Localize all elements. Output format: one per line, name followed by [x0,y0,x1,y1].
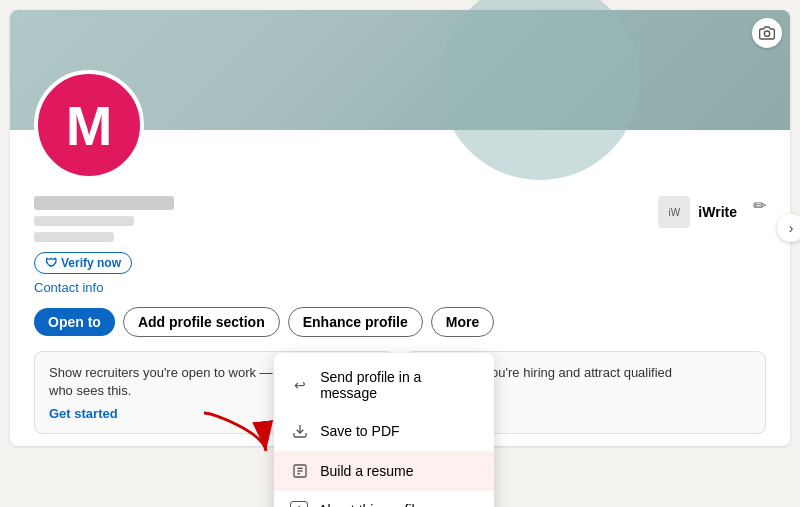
profile-body: 🛡 Verify now iW iWrite ✏ Contact info Op… [10,180,790,446]
camera-icon [759,25,775,41]
verify-label: Verify now [61,256,121,270]
svg-point-0 [764,31,769,36]
dropdown-item-about[interactable]: i About this profile [274,491,494,507]
more-dropdown-menu: ↩ Send profile in a message Save to PDF [274,353,494,507]
name-blur [34,196,174,210]
dropdown-item-pdf[interactable]: Save to PDF [274,411,494,451]
edit-profile-button[interactable]: ✏ [753,196,766,215]
send-icon: ↩ [290,375,310,395]
info-icon: i [290,501,308,507]
dropdown-item-send[interactable]: ↩ Send profile in a message [274,359,494,411]
profile-top-row: 🛡 Verify now iW iWrite ✏ [34,196,766,274]
dropdown-label-pdf: Save to PDF [320,423,399,439]
cover-circle-decoration [440,0,640,180]
contact-info-link[interactable]: Contact info [34,280,766,295]
more-button[interactable]: More [431,307,494,337]
resume-icon [290,461,310,481]
sub-blur-2 [34,232,114,242]
more-dropdown-wrapper: More ↩ Send profile in a message [431,307,494,337]
sub-blur-1 [34,216,134,226]
profile-card: M 🛡 Verify now iW iWrite [10,10,790,446]
enhance-profile-button[interactable]: Enhance profile [288,307,423,337]
next-page-button[interactable]: › [777,214,800,242]
add-profile-section-button[interactable]: Add profile section [123,307,280,337]
avatar-letter: M [66,93,113,158]
iwrite-logo-text: iW [669,207,681,218]
verify-icon: 🛡 [45,256,57,270]
open-to-button[interactable]: Open to [34,308,115,336]
avatar-container: M [34,70,144,180]
avatar: M [34,70,144,180]
iwrite-name: iWrite [698,204,737,220]
verify-badge[interactable]: 🛡 Verify now [34,252,132,274]
card-1-cta[interactable]: Get started [49,406,118,421]
edit-cover-button[interactable] [752,18,782,48]
right-section: iW iWrite ✏ [658,196,766,228]
iwrite-logo: iW [658,196,690,228]
pdf-icon [290,421,310,441]
name-section: 🛡 Verify now [34,196,658,274]
dropdown-label-send: Send profile in a message [320,369,478,401]
dropdown-label-resume: Build a resume [320,463,413,479]
iwrite-section: iW iWrite [658,196,737,228]
dropdown-item-resume[interactable]: Build a resume [274,451,494,491]
dropdown-label-about: About this profile [318,502,422,507]
action-buttons-row: Open to Add profile section Enhance prof… [34,307,766,337]
